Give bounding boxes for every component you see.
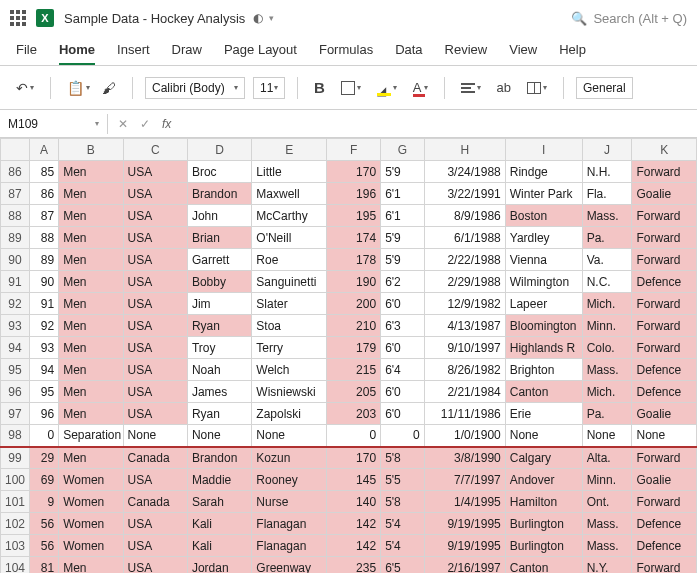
cell[interactable]: USA <box>123 183 187 205</box>
cell[interactable]: None <box>187 425 251 447</box>
cell[interactable]: 3/24/1988 <box>424 161 505 183</box>
cell[interactable]: 5'8 <box>381 447 425 469</box>
cell[interactable]: 5'5 <box>381 469 425 491</box>
cell[interactable]: 142 <box>327 535 381 557</box>
cell[interactable]: Jim <box>187 293 251 315</box>
borders-button[interactable]: ▾ <box>337 78 365 98</box>
cell[interactable]: Hamilton <box>505 491 582 513</box>
row-header[interactable]: 89 <box>1 227 30 249</box>
cell[interactable]: 8/9/1986 <box>424 205 505 227</box>
cell[interactable]: USA <box>123 337 187 359</box>
cell[interactable]: 8/26/1982 <box>424 359 505 381</box>
cell[interactable]: Roe <box>252 249 327 271</box>
cell[interactable]: 96 <box>30 403 59 425</box>
cell[interactable]: Women <box>59 513 123 535</box>
cell[interactable]: Defence <box>632 271 697 293</box>
cell[interactable]: Brighton <box>505 359 582 381</box>
row-header[interactable]: 100 <box>1 469 30 491</box>
col-header-C[interactable]: C <box>123 139 187 161</box>
cell[interactable]: 6'0 <box>381 337 425 359</box>
sensitivity-icon[interactable]: ◐ <box>253 11 263 25</box>
cell[interactable]: 6'2 <box>381 271 425 293</box>
row-header[interactable]: 86 <box>1 161 30 183</box>
search-box[interactable]: 🔍 Search (Alt + Q) <box>571 11 687 26</box>
cell[interactable]: None <box>632 425 697 447</box>
cell[interactable]: USA <box>123 161 187 183</box>
cell[interactable]: 142 <box>327 513 381 535</box>
cell[interactable]: 6'1 <box>381 205 425 227</box>
cell[interactable]: Brian <box>187 227 251 249</box>
row-header[interactable]: 94 <box>1 337 30 359</box>
cell[interactable]: 11/11/1986 <box>424 403 505 425</box>
cell[interactable]: Colo. <box>582 337 632 359</box>
cell[interactable]: USA <box>123 381 187 403</box>
cell[interactable]: 6'3 <box>381 315 425 337</box>
cell[interactable]: Brandon <box>187 183 251 205</box>
cancel-formula-icon[interactable]: ✕ <box>118 117 128 131</box>
cell[interactable]: Men <box>59 557 123 574</box>
cell[interactable]: Flanagan <box>252 535 327 557</box>
cell[interactable]: 0 <box>30 425 59 447</box>
cell[interactable]: 196 <box>327 183 381 205</box>
cell[interactable]: Men <box>59 447 123 469</box>
cell[interactable]: Maxwell <box>252 183 327 205</box>
cell[interactable]: Kali <box>187 513 251 535</box>
cell[interactable]: 88 <box>30 227 59 249</box>
row-header[interactable]: 103 <box>1 535 30 557</box>
cell[interactable]: Canton <box>505 381 582 403</box>
cell[interactable]: USA <box>123 249 187 271</box>
cell[interactable]: USA <box>123 315 187 337</box>
cell[interactable]: 94 <box>30 359 59 381</box>
col-header-J[interactable]: J <box>582 139 632 161</box>
cell[interactable]: USA <box>123 293 187 315</box>
cell[interactable]: 6'0 <box>381 381 425 403</box>
cell[interactable]: Pa. <box>582 227 632 249</box>
cell[interactable]: Rooney <box>252 469 327 491</box>
undo-button[interactable]: ↶▾ <box>12 77 38 99</box>
merge-button[interactable]: ▾ <box>523 79 551 97</box>
cell[interactable]: Forward <box>632 491 697 513</box>
tab-home[interactable]: Home <box>59 42 95 65</box>
col-header-E[interactable]: E <box>252 139 327 161</box>
cell[interactable]: 205 <box>327 381 381 403</box>
col-header-G[interactable]: G <box>381 139 425 161</box>
tab-file[interactable]: File <box>16 42 37 65</box>
row-header[interactable]: 99 <box>1 447 30 469</box>
cell[interactable]: 92 <box>30 315 59 337</box>
cell[interactable]: Bloomington <box>505 315 582 337</box>
tab-view[interactable]: View <box>509 42 537 65</box>
cell[interactable]: 7/7/1997 <box>424 469 505 491</box>
cell[interactable]: Canton <box>505 557 582 574</box>
cell[interactable]: Rindge <box>505 161 582 183</box>
cell[interactable]: Forward <box>632 315 697 337</box>
cell[interactable]: Erie <box>505 403 582 425</box>
row-header[interactable]: 102 <box>1 513 30 535</box>
cell[interactable]: Sarah <box>187 491 251 513</box>
cell[interactable]: Sanguinetti <box>252 271 327 293</box>
cell[interactable]: USA <box>123 205 187 227</box>
cell[interactable]: Mass. <box>582 205 632 227</box>
cell[interactable]: Women <box>59 469 123 491</box>
cell[interactable]: Canada <box>123 447 187 469</box>
cell[interactable]: Calgary <box>505 447 582 469</box>
paste-button[interactable]: 📋▾ <box>63 77 94 99</box>
cell[interactable]: 203 <box>327 403 381 425</box>
cell[interactable]: Jordan <box>187 557 251 574</box>
cell[interactable]: 87 <box>30 205 59 227</box>
cell[interactable]: Separation <box>59 425 123 447</box>
font-select[interactable]: Calibri (Body)▾ <box>145 77 245 99</box>
cell[interactable]: Minn. <box>582 469 632 491</box>
cell[interactable]: Va. <box>582 249 632 271</box>
title-caret-icon[interactable]: ▾ <box>269 13 274 23</box>
col-header-I[interactable]: I <box>505 139 582 161</box>
cell[interactable]: USA <box>123 557 187 574</box>
cell[interactable]: Forward <box>632 227 697 249</box>
cell[interactable]: 6'0 <box>381 293 425 315</box>
row-header[interactable]: 101 <box>1 491 30 513</box>
cell[interactable]: Men <box>59 315 123 337</box>
row-header[interactable]: 95 <box>1 359 30 381</box>
cell[interactable]: James <box>187 381 251 403</box>
col-header-A[interactable]: A <box>30 139 59 161</box>
cell[interactable]: None <box>505 425 582 447</box>
cell[interactable]: Garrett <box>187 249 251 271</box>
